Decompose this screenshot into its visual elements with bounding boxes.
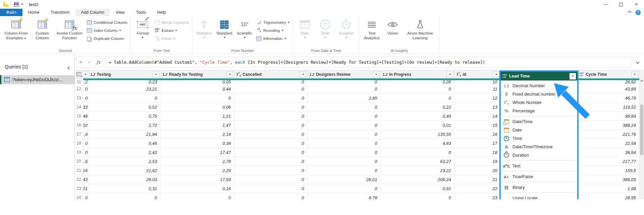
table-cell[interactable]: 135,55 — [381, 130, 454, 139]
table-cell[interactable]: 0 — [381, 148, 454, 157]
table-cell[interactable]: ,2 — [83, 80, 88, 85]
type-menu-item-date-time-timezone[interactable]: ⊕Date/Time/Timezone — [501, 143, 577, 151]
tab-help[interactable]: Help — [151, 9, 171, 16]
table-cell[interactable]: 23,22 — [381, 166, 454, 175]
table-cell[interactable]: 21,84 — [88, 130, 160, 139]
text-analytics-button[interactable]: Text Analytics — [361, 18, 382, 41]
row-number[interactable]: 13 — [75, 94, 83, 103]
table-cell[interactable]: 388,24 — [577, 121, 639, 130]
table-cell[interactable]: 0 — [234, 184, 307, 193]
statistics-button[interactable]: XσΣ Statistics — [195, 18, 214, 39]
table-cell[interactable]: 0 — [307, 166, 381, 175]
type-menu-item-true-false[interactable]: ✗✓True/False — [501, 172, 577, 181]
vertical-scrollbar[interactable] — [639, 78, 644, 199]
table-cell[interactable]: 0 — [88, 193, 160, 199]
table-cell[interactable]: 0 — [307, 148, 381, 157]
filter-icon[interactable] — [373, 71, 379, 77]
table-cell[interactable]: 0 — [234, 166, 307, 175]
table-cell[interactable]: 2,72 — [88, 121, 160, 130]
table-cell[interactable]: ,9 — [83, 130, 88, 139]
formula-input[interactable]: = Table.AddColumn(#"Added Custom1", "Cyc… — [105, 57, 631, 67]
rounding-button[interactable]: .00→.0 Rounding — [256, 27, 290, 34]
table-select-all-button[interactable] — [75, 70, 83, 78]
table-cell[interactable]: 17,47 — [160, 148, 234, 157]
row-number[interactable]: 11 — [75, 80, 83, 85]
query-list-item[interactable]: ?token=eyJhbGciOiJIUzI... — [0, 75, 75, 84]
merge-columns-button[interactable]: Merge Columns — [154, 19, 189, 26]
table-cell[interactable]: 23 — [454, 193, 501, 199]
table-cell[interactable]: 1,47 — [160, 121, 234, 130]
duration-button[interactable]: Duration — [336, 18, 357, 39]
help-icon[interactable]: ? — [636, 10, 641, 15]
type-menu-item-decimal-number[interactable]: 1.2Decimal Number — [501, 82, 577, 90]
table-cell[interactable]: 0,22 — [381, 103, 454, 112]
type-menu-item-duration[interactable]: Duration — [501, 151, 577, 159]
scroll-up-icon[interactable] — [639, 78, 644, 84]
tab-home[interactable]: Home — [22, 9, 45, 16]
table-cell[interactable]: 0,44 — [160, 85, 234, 94]
filter-icon[interactable] — [632, 71, 638, 77]
column-header-cycle-time[interactable]: ABC123Cycle Time — [577, 70, 639, 78]
conditional-column-button[interactable]: Conditional Column — [87, 19, 127, 26]
type-menu-item-percentage[interactable]: %Percentage — [501, 107, 577, 115]
table-cell[interactable]: 0,31 — [88, 184, 160, 193]
save-icon[interactable] — [14, 2, 18, 7]
table-cell[interactable]: 28,95 — [577, 193, 639, 199]
table-cell[interactable]: 0,06 — [160, 103, 234, 112]
table-cell[interactable]: 1,68 — [577, 184, 639, 193]
table-cell[interactable]: 11 — [454, 85, 501, 94]
table-cell[interactable]: 0 — [234, 193, 307, 199]
column-header-designers-review[interactable]: 1.2Designers Review — [307, 70, 381, 78]
tab-file[interactable]: Файл — [0, 9, 22, 16]
table-cell[interactable]: 0 — [83, 193, 88, 199]
table-cell[interactable]: 0 — [160, 193, 234, 199]
type-menu-item-using-locale[interactable]: Using Locale... — [501, 194, 577, 199]
table-cell[interactable]: 2,14 — [160, 130, 234, 139]
vision-button[interactable]: Vision — [383, 18, 402, 37]
table-cell[interactable]: 0 — [307, 157, 381, 166]
time-button[interactable]: Time — [315, 18, 335, 39]
table-cell[interactable]: 2,85 — [307, 94, 381, 103]
table-cell[interactable]: 0 — [234, 130, 307, 139]
table-cell[interactable]: 26,92 — [577, 80, 639, 85]
table-cell[interactable]: 0 — [234, 175, 307, 184]
table-cell[interactable]: 63,27 — [381, 157, 454, 166]
table-cell[interactable]: 0 — [83, 85, 88, 94]
table-cell[interactable]: 206,24 — [381, 175, 454, 184]
table-cell[interactable]: 21 — [454, 175, 501, 184]
table-cell[interactable]: 0 — [83, 148, 88, 157]
table-cell[interactable]: 6,78 — [307, 193, 381, 199]
table-cell[interactable]: 0 — [307, 80, 381, 85]
table-cell[interactable]: 21,62 — [88, 166, 160, 175]
row-number[interactable]: 16 — [75, 121, 83, 130]
table-cell[interactable]: 15 — [454, 121, 501, 130]
column-header-in-progress[interactable]: 1.2In Progress — [381, 70, 454, 78]
selected-column-header[interactable]: ABC123 Lead Time — [501, 72, 577, 80]
table-cell[interactable]: 0 — [307, 121, 381, 130]
table-cell[interactable]: 0 — [381, 94, 454, 103]
invoke-custom-function-button[interactable]: ƒx Invoke Custom Function — [54, 18, 85, 41]
format-button[interactable]: ABC Format — [133, 18, 152, 39]
filter-icon[interactable] — [153, 71, 159, 77]
table-cell[interactable]: 0 — [307, 130, 381, 139]
type-menu-item-time[interactable]: Time — [501, 134, 577, 143]
table-cell[interactable]: 0,46 — [88, 139, 160, 148]
table-cell[interactable]: 02 — [83, 121, 88, 130]
trigonometry-button[interactable]: Trigonometry — [256, 19, 290, 26]
table-cell[interactable]: 0 — [234, 157, 307, 166]
index-column-button[interactable]: Index Column — [87, 27, 127, 34]
filter-icon[interactable] — [83, 71, 88, 77]
row-number[interactable]: 15 — [75, 112, 83, 121]
table-cell[interactable]: 1,21 — [160, 112, 234, 121]
tab-tools[interactable]: Tools — [130, 9, 151, 16]
table-cell[interactable]: 159,5 — [577, 166, 639, 175]
scrollbar-thumb[interactable] — [640, 105, 643, 155]
table-cell[interactable]: 0 — [234, 139, 307, 148]
table-cell[interactable]: 48 — [83, 112, 88, 121]
row-number[interactable]: 19 — [75, 148, 83, 157]
table-cell[interactable]: 16 — [83, 166, 88, 175]
table-cell[interactable]: 0,52 — [88, 103, 160, 112]
table-cell[interactable]: 0,91 — [381, 184, 454, 193]
table-cell[interactable]: 2,78 — [160, 157, 234, 166]
table-cell[interactable]: 0,23 — [88, 80, 160, 85]
